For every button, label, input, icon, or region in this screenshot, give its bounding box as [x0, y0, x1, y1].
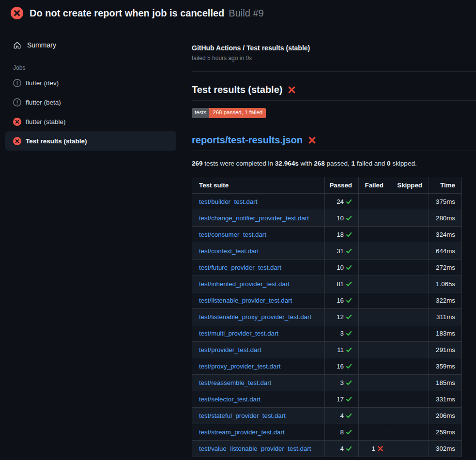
suite-link[interactable]: test/stream_provider_test.dart	[199, 429, 285, 436]
suite-cell: test/value_listenable_provider_test.dart	[192, 440, 325, 457]
sidebar-job-label: flutter (beta)	[26, 99, 61, 106]
suite-link[interactable]: test/builder_test.dart	[199, 198, 257, 205]
x-circle-icon	[13, 137, 21, 145]
sidebar-job-item[interactable]: Test results (stable)	[5, 131, 176, 151]
check-icon	[346, 199, 352, 205]
suite-link[interactable]: test/future_provider_test.dart	[199, 264, 281, 271]
sidebar-job-item[interactable]: flutter (stable)	[5, 112, 176, 131]
sidebar-jobs-list: flutter (dev) flutter (beta) flutter (st…	[0, 73, 192, 151]
suite-link[interactable]: test/consumer_test.dart	[199, 231, 266, 238]
time-cell: 302ms	[429, 440, 462, 457]
time-cell: 291ms	[429, 341, 462, 358]
skipped-cell	[390, 226, 429, 243]
suite-cell: test/listenable_proxy_provider_test.dart	[192, 308, 325, 325]
passed-count: 4	[340, 445, 344, 452]
x-mark-icon	[288, 86, 296, 94]
check-icon	[346, 413, 352, 419]
skipped-cell	[390, 193, 429, 210]
summary-segment: tests were completed in	[203, 160, 275, 167]
failed-cell	[359, 374, 390, 391]
passed-count: 18	[337, 231, 344, 238]
failed-count: 1	[372, 445, 375, 452]
suite-link[interactable]: test/listenable_proxy_provider_test.dart	[199, 313, 311, 321]
main-content: GitHub Actions / Test results (stable) f…	[192, 26, 476, 457]
table-row: test/listenable_provider_test.dart16 322…	[192, 292, 462, 308]
passed-cell: 3	[325, 374, 359, 391]
suite-link[interactable]: test/multi_provider_test.dart	[199, 330, 278, 337]
skipped-cell	[390, 374, 429, 391]
passed-cell: 12	[325, 308, 359, 325]
time-cell: 311ms	[429, 308, 462, 325]
skipped-cell	[390, 407, 429, 424]
skipped-cell	[390, 259, 429, 276]
table-header-cell: Passed	[325, 177, 359, 193]
section-title: Test results (stable)	[192, 84, 282, 95]
passed-cell: 16	[325, 292, 359, 308]
sidebar-job-label: flutter (stable)	[26, 118, 66, 125]
table-row: test/inherited_provider_test.dart81 1.06…	[192, 276, 462, 292]
passed-cell: 8	[325, 424, 359, 440]
suite-link[interactable]: test/reassemble_test.dart	[199, 379, 271, 386]
check-icon	[346, 264, 352, 271]
passed-cell: 11	[325, 341, 359, 358]
table-header-cell: Failed	[359, 177, 390, 193]
passed-count: 3	[340, 330, 344, 337]
sidebar: Summary Jobs flutter (dev) flutter (beta…	[0, 26, 192, 151]
suite-link[interactable]: test/stateful_provider_test.dart	[199, 412, 286, 419]
report-link[interactable]: reports/test-results.json	[192, 135, 303, 146]
passed-count: 31	[337, 247, 344, 255]
check-icon	[346, 231, 352, 238]
failed-cell	[359, 391, 390, 407]
check-icon	[346, 330, 352, 337]
report-heading: reports/test-results.json	[192, 135, 476, 146]
summary-segment: skipped.	[391, 160, 417, 167]
passed-cell: 3	[325, 325, 359, 341]
check-icon	[346, 363, 352, 369]
passed-cell: 4	[325, 440, 359, 457]
table-row: test/selector_test.dart17 331ms	[192, 391, 462, 407]
failed-cell: 1	[359, 440, 390, 457]
suite-link[interactable]: test/listenable_provider_test.dart	[199, 297, 292, 304]
alert-circle-icon	[13, 98, 21, 107]
sidebar-job-item[interactable]: flutter (dev)	[5, 73, 176, 92]
failed-cell	[359, 210, 390, 226]
table-header-row: Test suitePassedFailedSkippedTime	[192, 177, 462, 193]
failed-cell	[359, 341, 390, 358]
passed-cell: 31	[325, 243, 359, 259]
suite-link[interactable]: test/context_test.dart	[199, 247, 259, 255]
table-row: test/proxy_provider_test.dart16 359ms	[192, 358, 462, 374]
time-cell: 185ms	[429, 374, 462, 391]
time-cell: 331ms	[429, 391, 462, 407]
tests-badge: tests 268 passed, 1 failed	[192, 108, 266, 118]
suite-link[interactable]: test/value_listenable_provider_test.dart	[199, 445, 311, 452]
failed-cell	[359, 308, 390, 325]
time-cell: 322ms	[429, 292, 462, 308]
sidebar-job-item[interactable]: flutter (beta)	[5, 92, 176, 112]
passed-count: 4	[340, 412, 344, 419]
suite-link[interactable]: test/proxy_provider_test.dart	[199, 363, 281, 370]
check-icon	[346, 396, 352, 402]
failed-cell	[359, 226, 390, 243]
job-status-line: failed 5 hours ago in 0s	[192, 55, 476, 61]
time-cell: 183ms	[429, 325, 462, 341]
suite-cell: test/change_notifier_provider_test.dart	[192, 210, 325, 226]
skipped-cell	[390, 292, 429, 308]
skipped-cell	[390, 341, 429, 358]
suite-link[interactable]: test/provider_test.dart	[199, 346, 261, 353]
check-icon	[346, 445, 352, 452]
skipped-cell	[390, 210, 429, 226]
alert-circle-icon	[13, 79, 21, 87]
table-row: test/multi_provider_test.dart3 183ms	[192, 325, 462, 341]
time-cell: 644ms	[429, 243, 462, 259]
suite-link[interactable]: test/selector_test.dart	[199, 396, 261, 403]
failed-cell	[359, 276, 390, 292]
table-row: test/provider_test.dart11 291ms	[192, 341, 462, 358]
divider	[192, 71, 476, 72]
sidebar-item-summary[interactable]: Summary	[5, 37, 180, 53]
suite-link[interactable]: test/inherited_provider_test.dart	[199, 280, 290, 288]
suite-link[interactable]: test/change_notifier_provider_test.dart	[199, 215, 309, 222]
table-row: test/consumer_test.dart18 324ms	[192, 226, 462, 243]
summary-segment: 1	[352, 160, 355, 167]
passed-cell: 10	[325, 259, 359, 276]
skipped-cell	[390, 325, 429, 341]
